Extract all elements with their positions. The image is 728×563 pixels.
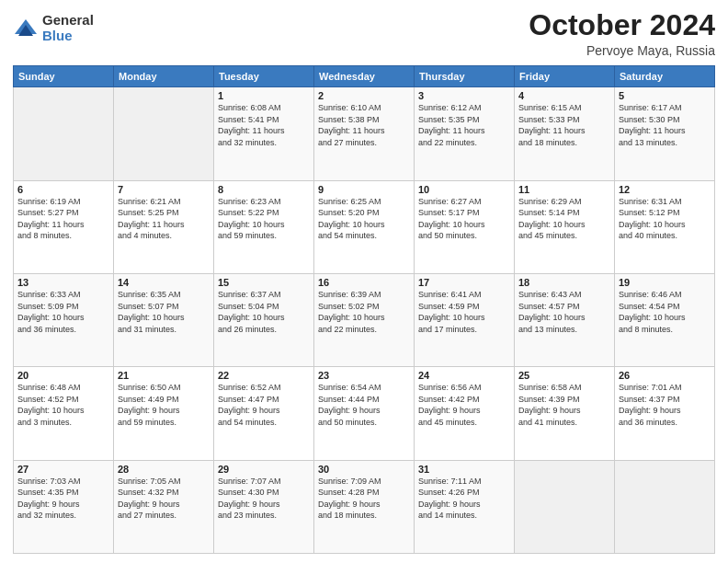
weekday-header: Monday	[114, 66, 214, 87]
calendar-cell: 13Sunrise: 6:33 AM Sunset: 5:09 PM Dayli…	[14, 273, 114, 366]
day-number: 5	[619, 90, 711, 101]
month-title: October 2024	[529, 9, 715, 41]
calendar-cell: 9Sunrise: 6:25 AM Sunset: 5:20 PM Daylig…	[314, 180, 415, 273]
title-block: October 2024 Pervoye Maya, Russia	[529, 9, 715, 58]
day-detail: Sunrise: 6:33 AM Sunset: 5:09 PM Dayligh…	[17, 289, 109, 335]
calendar-cell: 3Sunrise: 6:12 AM Sunset: 5:35 PM Daylig…	[415, 87, 515, 180]
day-number: 8	[218, 184, 310, 195]
calendar-cell: 20Sunrise: 6:48 AM Sunset: 4:52 PM Dayli…	[14, 367, 114, 460]
calendar-header: SundayMondayTuesdayWednesdayThursdayFrid…	[14, 66, 715, 87]
calendar-cell: 10Sunrise: 6:27 AM Sunset: 5:17 PM Dayli…	[415, 180, 515, 273]
day-number: 20	[17, 370, 109, 381]
calendar-cell: 15Sunrise: 6:37 AM Sunset: 5:04 PM Dayli…	[214, 273, 314, 366]
day-detail: Sunrise: 6:50 AM Sunset: 4:49 PM Dayligh…	[118, 382, 210, 428]
day-detail: Sunrise: 6:21 AM Sunset: 5:25 PM Dayligh…	[118, 196, 210, 242]
calendar-week: 1Sunrise: 6:08 AM Sunset: 5:41 PM Daylig…	[14, 87, 715, 180]
calendar-cell: 11Sunrise: 6:29 AM Sunset: 5:14 PM Dayli…	[515, 180, 615, 273]
calendar-cell	[14, 87, 114, 180]
calendar-cell: 18Sunrise: 6:43 AM Sunset: 4:57 PM Dayli…	[515, 273, 615, 366]
day-number: 11	[518, 184, 610, 195]
day-detail: Sunrise: 6:41 AM Sunset: 4:59 PM Dayligh…	[418, 289, 510, 335]
day-detail: Sunrise: 6:35 AM Sunset: 5:07 PM Dayligh…	[118, 289, 210, 335]
weekday-header: Thursday	[415, 66, 515, 87]
calendar-cell: 23Sunrise: 6:54 AM Sunset: 4:44 PM Dayli…	[314, 367, 415, 460]
calendar-week: 13Sunrise: 6:33 AM Sunset: 5:09 PM Dayli…	[14, 273, 715, 366]
day-number: 12	[619, 184, 711, 195]
calendar-body: 1Sunrise: 6:08 AM Sunset: 5:41 PM Daylig…	[14, 87, 715, 554]
day-number: 3	[418, 90, 510, 101]
day-number: 2	[318, 90, 410, 101]
logo-text: General Blue	[42, 13, 94, 43]
day-number: 16	[318, 277, 410, 288]
calendar-cell: 4Sunrise: 6:15 AM Sunset: 5:33 PM Daylig…	[515, 87, 615, 180]
day-detail: Sunrise: 6:31 AM Sunset: 5:12 PM Dayligh…	[619, 196, 711, 242]
calendar-cell: 22Sunrise: 6:52 AM Sunset: 4:47 PM Dayli…	[214, 367, 314, 460]
day-detail: Sunrise: 7:11 AM Sunset: 4:26 PM Dayligh…	[418, 476, 510, 522]
calendar-week: 27Sunrise: 7:03 AM Sunset: 4:35 PM Dayli…	[14, 460, 715, 553]
day-number: 15	[218, 277, 310, 288]
header: General Blue October 2024 Pervoye Maya, …	[13, 9, 715, 58]
calendar-cell: 12Sunrise: 6:31 AM Sunset: 5:12 PM Dayli…	[615, 180, 715, 273]
calendar-cell: 2Sunrise: 6:10 AM Sunset: 5:38 PM Daylig…	[314, 87, 415, 180]
day-detail: Sunrise: 6:27 AM Sunset: 5:17 PM Dayligh…	[418, 196, 510, 242]
day-number: 25	[518, 370, 610, 381]
calendar-cell: 8Sunrise: 6:23 AM Sunset: 5:22 PM Daylig…	[214, 180, 314, 273]
day-detail: Sunrise: 6:23 AM Sunset: 5:22 PM Dayligh…	[218, 196, 310, 242]
weekday-header: Friday	[515, 66, 615, 87]
calendar-cell: 16Sunrise: 6:39 AM Sunset: 5:02 PM Dayli…	[314, 273, 415, 366]
day-detail: Sunrise: 6:39 AM Sunset: 5:02 PM Dayligh…	[318, 289, 410, 335]
weekday-header: Sunday	[14, 66, 114, 87]
weekday-header: Saturday	[615, 66, 715, 87]
day-detail: Sunrise: 6:48 AM Sunset: 4:52 PM Dayligh…	[17, 382, 109, 428]
day-number: 6	[17, 184, 109, 195]
day-number: 18	[518, 277, 610, 288]
day-number: 10	[418, 184, 510, 195]
logo-icon	[13, 16, 39, 41]
day-detail: Sunrise: 7:07 AM Sunset: 4:30 PM Dayligh…	[218, 476, 310, 522]
day-number: 24	[418, 370, 510, 381]
logo-general: General	[42, 13, 94, 29]
day-number: 22	[218, 370, 310, 381]
calendar-cell: 25Sunrise: 6:58 AM Sunset: 4:39 PM Dayli…	[515, 367, 615, 460]
calendar-cell: 17Sunrise: 6:41 AM Sunset: 4:59 PM Dayli…	[415, 273, 515, 366]
day-number: 7	[118, 184, 210, 195]
calendar-cell: 28Sunrise: 7:05 AM Sunset: 4:32 PM Dayli…	[114, 460, 214, 553]
day-detail: Sunrise: 6:19 AM Sunset: 5:27 PM Dayligh…	[17, 196, 109, 242]
day-number: 23	[318, 370, 410, 381]
day-number: 31	[418, 464, 510, 475]
calendar-cell: 19Sunrise: 6:46 AM Sunset: 4:54 PM Dayli…	[615, 273, 715, 366]
day-detail: Sunrise: 6:15 AM Sunset: 5:33 PM Dayligh…	[518, 102, 610, 148]
day-number: 13	[17, 277, 109, 288]
location: Pervoye Maya, Russia	[529, 43, 715, 58]
calendar-cell: 26Sunrise: 7:01 AM Sunset: 4:37 PM Dayli…	[615, 367, 715, 460]
calendar-cell	[615, 460, 715, 553]
logo-blue: Blue	[42, 29, 94, 44]
calendar-week: 6Sunrise: 6:19 AM Sunset: 5:27 PM Daylig…	[14, 180, 715, 273]
calendar-cell: 21Sunrise: 6:50 AM Sunset: 4:49 PM Dayli…	[114, 367, 214, 460]
day-detail: Sunrise: 6:56 AM Sunset: 4:42 PM Dayligh…	[418, 382, 510, 428]
day-detail: Sunrise: 6:54 AM Sunset: 4:44 PM Dayligh…	[318, 382, 410, 428]
day-number: 29	[218, 464, 310, 475]
day-detail: Sunrise: 6:52 AM Sunset: 4:47 PM Dayligh…	[218, 382, 310, 428]
calendar-cell: 7Sunrise: 6:21 AM Sunset: 5:25 PM Daylig…	[114, 180, 214, 273]
day-number: 28	[118, 464, 210, 475]
day-number: 30	[318, 464, 410, 475]
calendar-cell: 30Sunrise: 7:09 AM Sunset: 4:28 PM Dayli…	[314, 460, 415, 553]
day-detail: Sunrise: 6:29 AM Sunset: 5:14 PM Dayligh…	[518, 196, 610, 242]
day-detail: Sunrise: 6:43 AM Sunset: 4:57 PM Dayligh…	[518, 289, 610, 335]
calendar-cell: 6Sunrise: 6:19 AM Sunset: 5:27 PM Daylig…	[14, 180, 114, 273]
day-number: 17	[418, 277, 510, 288]
day-number: 21	[118, 370, 210, 381]
day-detail: Sunrise: 6:37 AM Sunset: 5:04 PM Dayligh…	[218, 289, 310, 335]
day-number: 19	[619, 277, 711, 288]
calendar-cell	[515, 460, 615, 553]
calendar-cell: 24Sunrise: 6:56 AM Sunset: 4:42 PM Dayli…	[415, 367, 515, 460]
day-detail: Sunrise: 6:46 AM Sunset: 4:54 PM Dayligh…	[619, 289, 711, 335]
day-detail: Sunrise: 6:17 AM Sunset: 5:30 PM Dayligh…	[619, 102, 711, 148]
calendar-cell: 1Sunrise: 6:08 AM Sunset: 5:41 PM Daylig…	[214, 87, 314, 180]
calendar-cell: 31Sunrise: 7:11 AM Sunset: 4:26 PM Dayli…	[415, 460, 515, 553]
calendar-cell: 29Sunrise: 7:07 AM Sunset: 4:30 PM Dayli…	[214, 460, 314, 553]
day-number: 26	[619, 370, 711, 381]
calendar-cell: 14Sunrise: 6:35 AM Sunset: 5:07 PM Dayli…	[114, 273, 214, 366]
calendar-cell: 27Sunrise: 7:03 AM Sunset: 4:35 PM Dayli…	[14, 460, 114, 553]
